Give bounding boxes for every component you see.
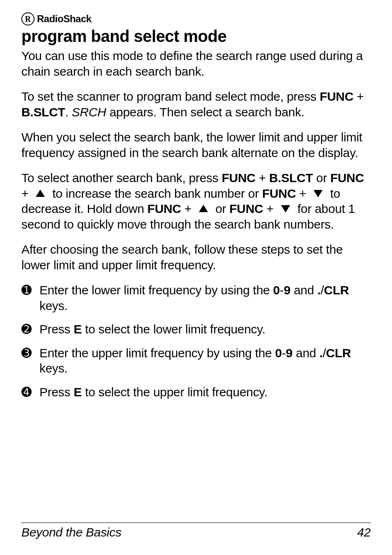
step-number-icon: ➌ (21, 345, 39, 361)
brand-dot: . (91, 19, 92, 24)
text: keys. (39, 361, 68, 375)
up-arrow-icon (36, 190, 45, 197)
step-text: Enter the upper limit frequency by using… (39, 345, 371, 376)
text: - (282, 346, 286, 360)
key-9: 9 (284, 283, 291, 297)
text: + (353, 90, 364, 103)
text: + (256, 171, 269, 185)
step-number-icon: ➋ (21, 321, 39, 337)
text: + (21, 187, 32, 200)
text: + (296, 187, 309, 200)
step-1: ➊ Enter the lower limit frequency by usi… (21, 282, 371, 313)
display-srch: SRCH (72, 105, 106, 119)
text: Press (39, 385, 74, 399)
key-9: 9 (286, 346, 293, 360)
page-footer: Beyond the Basics 42 (21, 523, 371, 539)
key-clr: CLR (324, 283, 349, 297)
up-arrow-icon (199, 205, 208, 212)
paragraph-5: After choosing the search bank, follow t… (21, 242, 371, 273)
key-func: FUNC (330, 171, 364, 185)
footer-section: Beyond the Basics (21, 525, 121, 539)
paragraph-2: To set the scanner to program band selec… (21, 89, 371, 120)
text: keys. (39, 299, 68, 312)
text: + (263, 202, 277, 215)
key-func: FUNC (262, 187, 296, 200)
key-e: E (74, 322, 82, 336)
steps-list: ➊ Enter the lower limit frequency by usi… (21, 282, 371, 400)
text: Enter the lower limit frequency by using… (39, 283, 273, 297)
key-0: 0 (273, 283, 279, 297)
key-e: E (74, 385, 82, 399)
step-number-icon: ➍ (21, 384, 39, 400)
down-arrow-icon (281, 205, 290, 213)
brand-name: RadioShack. (37, 13, 92, 25)
brand-header: R RadioShack. (21, 12, 371, 25)
brand-r-icon: R (21, 12, 35, 25)
step-text: Press E to select the upper limit freque… (39, 384, 267, 400)
key-bslct: B.SLCT (21, 105, 65, 119)
text: and (291, 283, 317, 297)
paragraph-1: You can use this mode to define the sear… (21, 48, 371, 79)
step-text: Press E to select the lower limit freque… (39, 321, 265, 337)
key-0: 0 (275, 346, 282, 360)
text: + (181, 202, 195, 215)
footer-page-number: 42 (357, 525, 371, 539)
step-text: Enter the lower limit frequency by using… (39, 282, 371, 313)
text: or (313, 171, 330, 185)
text: appears. Then select a search bank. (106, 105, 304, 119)
text: . (65, 105, 72, 119)
text: or (212, 202, 229, 215)
text: Enter the upper limit frequency by using… (39, 346, 275, 360)
text: To set the scanner to program band selec… (21, 90, 320, 103)
key-func: FUNC (320, 90, 353, 103)
brand-name-text: RadioShack (37, 13, 91, 24)
paragraph-3: When you select the search bank, the low… (21, 130, 371, 160)
text: to select the lower limit frequency. (82, 322, 265, 336)
step-2: ➋ Press E to select the lower limit freq… (21, 321, 371, 337)
key-clr: CLR (326, 346, 351, 360)
key-func: FUNC (148, 202, 181, 215)
key-bslct: B.SLCT (269, 171, 313, 185)
step-3: ➌ Enter the upper limit frequency by usi… (21, 345, 371, 376)
text: Press (39, 322, 74, 336)
key-func: FUNC (222, 171, 256, 185)
step-number-icon: ➊ (21, 282, 39, 298)
text: to select the upper limit frequency. (82, 385, 267, 399)
text: - (280, 283, 284, 297)
paragraph-4: To select another search bank, press FUN… (21, 170, 371, 232)
key-func: FUNC (229, 202, 263, 215)
down-arrow-icon (314, 190, 323, 197)
step-4: ➍ Press E to select the upper limit freq… (21, 384, 371, 400)
text: and (293, 346, 319, 360)
text: to increase the search bank number or (49, 187, 262, 200)
text: To select another search bank, press (21, 171, 222, 185)
page-title: program band select mode (21, 27, 371, 46)
